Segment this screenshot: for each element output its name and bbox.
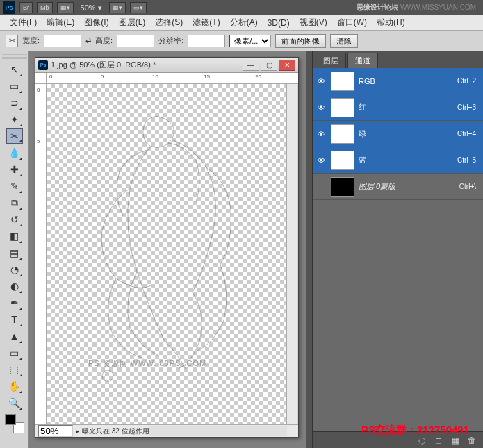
shape-tool[interactable]: ▭: [6, 345, 23, 360]
color-swatches[interactable]: [5, 414, 24, 433]
menu-analysis[interactable]: 分析(A): [226, 15, 262, 30]
zoom-tool[interactable]: 🔍: [6, 395, 23, 410]
front-image-button[interactable]: 前面的图像: [275, 34, 326, 48]
channel-row[interactable]: 图层 0蒙版Ctrl+\: [313, 174, 483, 200]
qq-group-overlay: PS交流群：312750491: [361, 424, 469, 437]
panel-strip[interactable]: [306, 51, 313, 448]
channel-name: 红: [359, 102, 453, 113]
menu-layer[interactable]: 图层(L): [115, 15, 150, 30]
clear-button[interactable]: 清除: [330, 34, 358, 48]
menu-view[interactable]: 视图(V): [295, 15, 331, 30]
menu-window[interactable]: 窗口(W): [333, 15, 371, 30]
document-titlebar[interactable]: Ps 1.jpg @ 50% (图层 0, RGB/8) * — ▢ ✕: [35, 58, 298, 73]
channel-row[interactable]: 👁蓝Ctrl+5: [313, 147, 483, 174]
tools-grip[interactable]: [2, 54, 27, 60]
menu-bar: 文件(F) 编辑(E) 图像(I) 图层(L) 选择(S) 滤镜(T) 分析(A…: [0, 15, 483, 31]
dodge-tool[interactable]: ◐: [6, 279, 23, 294]
document-statusbar: ▸ 曝光只在 32 位起作用: [35, 424, 298, 437]
swap-icon[interactable]: ⇄: [85, 37, 91, 44]
ruler-vertical[interactable]: 0 5: [35, 84, 47, 424]
gradient-tool[interactable]: ▤: [6, 245, 23, 260]
blur-tool[interactable]: ◔: [6, 262, 23, 277]
move-tool[interactable]: ↖: [6, 62, 23, 77]
menu-image[interactable]: 图像(I): [80, 15, 113, 30]
visibility-eye-icon[interactable]: 👁: [316, 77, 327, 85]
panel-tabs: 图层 通道: [313, 51, 483, 68]
menu-help[interactable]: 帮助(H): [373, 15, 409, 30]
channel-row[interactable]: 👁绿Ctrl+4: [313, 121, 483, 147]
artwork-figure: [81, 105, 248, 383]
eyedropper-tool[interactable]: 💧: [6, 145, 23, 160]
menu-select[interactable]: 选择(S): [151, 15, 187, 30]
channel-thumbnail[interactable]: [331, 151, 354, 170]
width-label: 宽度:: [22, 35, 40, 46]
menu-file[interactable]: 文件(F): [6, 15, 41, 30]
channel-name: 图层 0蒙版: [359, 181, 455, 192]
brush-tool[interactable]: ✎: [6, 179, 23, 194]
eraser-tool[interactable]: ◧: [6, 229, 23, 244]
pen-tool[interactable]: ✒: [6, 295, 23, 310]
channel-shortcut: Ctrl+\: [459, 183, 476, 190]
zoom-level[interactable]: 50% ▾: [81, 3, 102, 13]
width-input[interactable]: [44, 35, 81, 47]
crop-tool[interactable]: ✂: [6, 128, 23, 144]
channel-thumbnail[interactable]: [331, 124, 354, 144]
channel-thumbnail[interactable]: [331, 98, 354, 117]
ruler-horizontal[interactable]: 0 5 10 15 20: [47, 73, 298, 84]
canvas-watermark: PS 资源网 WWW. 86PS .COM: [88, 358, 206, 369]
channel-row[interactable]: 👁RGBCtrl+2: [313, 68, 483, 94]
status-zoom-input[interactable]: [38, 425, 73, 437]
visibility-eye-icon[interactable]: 👁: [316, 103, 327, 112]
menu-3d[interactable]: 3D(D): [263, 17, 294, 29]
maximize-button[interactable]: ▢: [261, 60, 277, 71]
tab-layers[interactable]: 图层: [316, 53, 346, 68]
unit-select[interactable]: 像素/...: [229, 35, 271, 47]
resolution-input[interactable]: [188, 35, 225, 47]
ps-logo-icon: Ps: [3, 1, 15, 14]
channel-shortcut: Ctrl+4: [457, 130, 476, 138]
history-brush-tool[interactable]: ↺: [6, 212, 23, 227]
scrollbar-horizontal[interactable]: [149, 426, 287, 436]
stamp-tool[interactable]: ⧉: [6, 195, 23, 210]
channels-list: 👁RGBCtrl+2👁红Ctrl+3👁绿Ctrl+4👁蓝Ctrl+5图层 0蒙版…: [313, 68, 483, 431]
crop-tool-icon[interactable]: ✂: [6, 35, 18, 47]
channel-name: 绿: [359, 128, 453, 139]
lasso-tool[interactable]: ⊃: [6, 95, 23, 110]
svg-point-0: [102, 370, 113, 381]
resolution-label: 分辨率:: [158, 35, 183, 46]
close-button[interactable]: ✕: [279, 60, 295, 71]
type-tool[interactable]: T: [6, 312, 23, 327]
visibility-eye-icon[interactable]: 👁: [316, 130, 327, 138]
view-extras-button[interactable]: ▦▾: [109, 2, 126, 13]
channel-row[interactable]: 👁红Ctrl+3: [313, 94, 483, 121]
hand-tool[interactable]: ✋: [6, 379, 23, 394]
scrollbar-vertical[interactable]: [286, 84, 297, 424]
ruler-origin[interactable]: [35, 73, 47, 84]
canvas[interactable]: PS 资源网 WWW. 86PS .COM: [47, 84, 286, 424]
height-input[interactable]: [117, 35, 154, 47]
marquee-tool[interactable]: ▭: [6, 78, 23, 94]
channel-thumbnail[interactable]: [331, 177, 354, 197]
document-title: 1.jpg @ 50% (图层 0, RGB/8) *: [51, 60, 240, 70]
status-text: 曝光只在 32 位起作用: [82, 426, 149, 436]
channel-thumbnail[interactable]: [331, 72, 354, 91]
screen-mode-button[interactable]: ▦▾: [57, 2, 74, 13]
menu-filter[interactable]: 滤镜(T): [188, 15, 224, 30]
quick-select-tool[interactable]: ✦: [6, 112, 23, 127]
workspace: ↖ ▭ ⊃ ✦ ✂ 💧 ✚ ✎ ⧉ ↺ ◧ ▤ ◔ ◐ ✒ T ▲ ▭ ⬚ ✋ …: [0, 51, 483, 448]
visibility-eye-icon[interactable]: [316, 183, 327, 191]
healing-tool[interactable]: ✚: [6, 162, 23, 177]
minimize-button[interactable]: —: [243, 60, 259, 71]
foreground-color-swatch[interactable]: [5, 414, 16, 425]
minibridge-button[interactable]: Mb: [37, 2, 53, 13]
options-bar: ✂ 宽度: ⇄ 高度: 分辨率: 像素/... 前面的图像 清除: [0, 31, 483, 51]
visibility-eye-icon[interactable]: 👁: [316, 156, 327, 165]
menu-edit[interactable]: 编辑(E): [42, 15, 79, 30]
path-select-tool[interactable]: ▲: [6, 329, 23, 344]
bridge-button[interactable]: Br: [19, 2, 33, 13]
tab-channels[interactable]: 通道: [347, 53, 378, 68]
3d-tool[interactable]: ⬚: [6, 362, 23, 377]
app-top-bar: Ps Br Mb ▦▾ 50% ▾ ▦▾ ▭▾ 思缘设计论坛 WWW.MISSY…: [0, 0, 483, 15]
site-watermark: 思缘设计论坛 WWW.MISSYUAN.COM: [357, 3, 476, 13]
arrange-button[interactable]: ▭▾: [130, 2, 147, 13]
